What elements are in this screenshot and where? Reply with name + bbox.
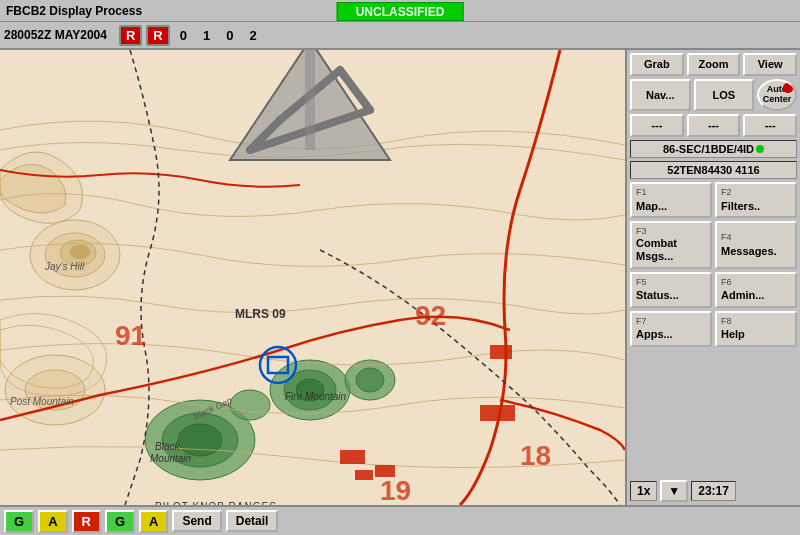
svg-text:92: 92 — [415, 300, 446, 331]
svg-text:Black: Black — [155, 441, 180, 452]
zoom-arrow-button[interactable]: ▼ — [660, 480, 688, 502]
detail-button[interactable]: Detail — [226, 510, 279, 532]
svg-text:18: 18 — [520, 440, 551, 471]
sep2: --- — [687, 114, 741, 137]
svg-text:MLRS 09: MLRS 09 — [235, 307, 286, 321]
f1-f2-row: F1 Map... F2 Filters.. — [630, 182, 797, 218]
coordinates-display: 52TEN84430 4116 — [630, 161, 797, 179]
f7-apps-button[interactable]: F7 Apps... — [630, 311, 712, 347]
right-panel: Grab Zoom View Nav... LOS Auto Center --… — [625, 50, 800, 505]
time-display: 23:17 — [691, 481, 736, 501]
f5-f6-row: F5 Status... F6 Admin... — [630, 272, 797, 308]
datetime-display: 280052Z MAY2004 — [4, 28, 107, 42]
svg-text:19: 19 — [380, 475, 411, 505]
bottom-bar: G A R G A Send Detail — [0, 505, 800, 535]
a-badge-1[interactable]: A — [38, 510, 67, 533]
classification-banner: UNCLASSIFIED — [337, 2, 464, 21]
los-button[interactable]: LOS — [694, 79, 755, 111]
sep-row: --- --- --- — [630, 114, 797, 137]
num-1: 1 — [197, 28, 216, 43]
map-area[interactable]: 91 92 18 19 Jay's Hill Post Mountain Bla… — [0, 50, 625, 505]
zoom-button[interactable]: Zoom — [687, 53, 741, 76]
svg-text:Mountain: Mountain — [150, 453, 192, 464]
sep1: --- — [630, 114, 684, 137]
svg-rect-21 — [305, 50, 315, 150]
sep3: --- — [743, 114, 797, 137]
auto-center-button[interactable]: Auto Center — [757, 79, 797, 111]
f1-map-button[interactable]: F1 Map... — [630, 182, 712, 218]
svg-rect-25 — [355, 470, 373, 480]
r-badge[interactable]: R — [72, 510, 101, 533]
f5-status-button[interactable]: F5 Status... — [630, 272, 712, 308]
svg-rect-23 — [480, 405, 515, 421]
f3-combat-msgs-button[interactable]: F3 CombatMsgs... — [630, 221, 712, 268]
svg-rect-24 — [340, 450, 365, 464]
view-button[interactable]: View — [743, 53, 797, 76]
badge-r2[interactable]: R — [146, 25, 169, 46]
f4-messages-button[interactable]: F4 Messages. — [715, 221, 797, 268]
svg-point-9 — [178, 424, 222, 456]
zoom-level-display: 1x — [630, 481, 657, 501]
f7-f8-row: F7 Apps... F8 Help — [630, 311, 797, 347]
num-3: 2 — [243, 28, 262, 43]
grab-button[interactable]: Grab — [630, 53, 684, 76]
svg-text:Jay's Hill: Jay's Hill — [44, 261, 85, 272]
main-area: 91 92 18 19 Jay's Hill Post Mountain Bla… — [0, 50, 800, 505]
svg-rect-22 — [490, 345, 512, 359]
unit-id-display: 86-SEC/1BDE/4ID — [630, 140, 797, 158]
svg-text:Post Mountain: Post Mountain — [10, 396, 74, 407]
a-badge-2[interactable]: A — [139, 510, 168, 533]
send-button[interactable]: Send — [172, 510, 221, 532]
top-btn-row: Grab Zoom View — [630, 53, 797, 76]
status-dot — [756, 145, 764, 153]
nav-btn-row: Nav... LOS Auto Center — [630, 79, 797, 111]
svg-text:PILOT KNOB RANGES: PILOT KNOB RANGES — [155, 501, 277, 505]
svg-point-14 — [356, 368, 384, 392]
g-badge-2[interactable]: G — [105, 510, 135, 533]
f8-help-button[interactable]: F8 Help — [715, 311, 797, 347]
toolbar: 280052Z MAY2004 R R 0 1 0 2 — [0, 22, 800, 50]
svg-point-15 — [230, 390, 270, 420]
svg-point-4 — [70, 245, 90, 259]
badge-r1[interactable]: R — [119, 25, 142, 46]
f3-f4-row: F3 CombatMsgs... F4 Messages. — [630, 221, 797, 268]
title-bar: FBCB2 Display Process UNCLASSIFIED — [0, 0, 800, 22]
num-2: 0 — [220, 28, 239, 43]
svg-text:91: 91 — [115, 320, 146, 351]
g-badge-1[interactable]: G — [4, 510, 34, 533]
num-0: 0 — [174, 28, 193, 43]
f6-admin-button[interactable]: F6 Admin... — [715, 272, 797, 308]
svg-text:Fire Mountain: Fire Mountain — [285, 391, 347, 402]
f2-filters-button[interactable]: F2 Filters.. — [715, 182, 797, 218]
nav-button[interactable]: Nav... — [630, 79, 691, 111]
zoom-time-row: 1x ▼ 23:17 — [630, 480, 797, 502]
app-title: FBCB2 Display Process — [6, 4, 142, 18]
